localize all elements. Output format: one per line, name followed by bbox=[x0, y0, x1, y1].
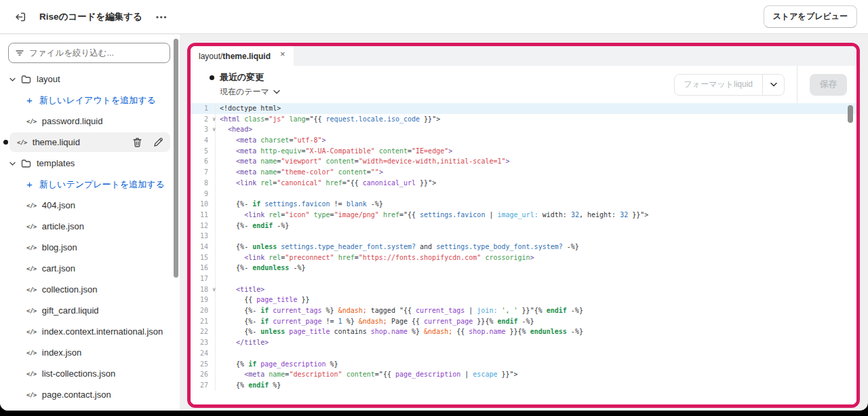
file-item-collection.json[interactable]: </>collection.json bbox=[0, 279, 180, 300]
file-item-list-collections.json[interactable]: </>list-collections.json bbox=[0, 363, 180, 384]
code-line-text bbox=[216, 348, 220, 359]
exit-button[interactable] bbox=[11, 7, 30, 26]
code-line-13[interactable]: 13 bbox=[191, 231, 856, 242]
file-item-page.contact.json[interactable]: </>page.contact.json bbox=[0, 384, 180, 405]
code-line-10[interactable]: 10 {%- if settings.favicon != blank -%} bbox=[191, 199, 856, 210]
file-item-password.liquid[interactable]: </>password.liquid bbox=[0, 111, 180, 132]
sidebar-scrollbar[interactable] bbox=[174, 39, 178, 278]
line-number: 18∨ bbox=[191, 284, 216, 295]
code-line-text: {%- endunless -%} bbox=[216, 263, 305, 273]
editor-scrollbar[interactable] bbox=[848, 105, 853, 123]
code-line-12[interactable]: 12 {%- endif -%} bbox=[191, 221, 856, 231]
app-window: Riseのコードを編集する ••• ストアをプレビュー layout+新しいレイ… bbox=[0, 0, 868, 411]
code-line-9[interactable]: 9 bbox=[191, 189, 856, 200]
code-line-text: {% if page_description %} bbox=[216, 359, 338, 370]
line-number: 25 bbox=[191, 359, 216, 370]
line-number: 14 bbox=[191, 242, 216, 252]
add-file-button[interactable]: +新しいテンプレートを追加する bbox=[0, 174, 180, 195]
code-line-8[interactable]: 8 <link rel="canonical" href="{{ canonic… bbox=[191, 178, 856, 189]
more-menu-button[interactable]: ••• bbox=[152, 10, 172, 24]
rename-file-button[interactable] bbox=[153, 137, 163, 148]
file-item-gift_card.liquid[interactable]: </>gift_card.liquid bbox=[0, 300, 180, 321]
filter-icon bbox=[15, 48, 24, 60]
code-editor[interactable]: 1<!doctype html>2∨<html class="js" lang=… bbox=[191, 103, 856, 404]
preview-store-button[interactable]: ストアをプレビュー bbox=[764, 5, 857, 28]
code-line-17[interactable]: 17 bbox=[191, 273, 856, 284]
file-label: index.context.international.json bbox=[42, 326, 163, 337]
code-line-text: <link rel="canonical" href="{{ canonical… bbox=[216, 178, 436, 189]
folder-item-layout[interactable]: layout bbox=[0, 69, 180, 90]
code-line-text: {%- unless page_title contains shop.name… bbox=[216, 326, 583, 337]
line-number: 6 bbox=[191, 156, 216, 167]
file-label: 新しいレイアウトを追加する bbox=[39, 94, 156, 107]
tab-theme-liquid[interactable]: layout/theme.liquid × bbox=[191, 46, 294, 66]
code-line-15[interactable]: 15 <link rel="preconnect" href="https://… bbox=[191, 252, 856, 263]
format-dropdown-button[interactable] bbox=[762, 75, 784, 95]
fold-toggle-icon[interactable]: ∨ bbox=[209, 124, 216, 135]
code-line-6[interactable]: 6 <meta name="viewport" content="width=d… bbox=[191, 156, 856, 167]
code-line-22[interactable]: 22 {%- unless page_title contains shop.n… bbox=[191, 326, 856, 337]
line-number: 10 bbox=[191, 199, 216, 210]
code-file-icon: </> bbox=[26, 307, 37, 314]
file-filter-input[interactable] bbox=[8, 43, 170, 63]
code-line-7[interactable]: 7 <meta name="theme-color" content=""> bbox=[191, 167, 856, 178]
chevron-down-icon bbox=[9, 77, 16, 82]
code-line-21[interactable]: 21 {%- if current_page != 1 %} &ndash; P… bbox=[191, 316, 856, 327]
line-number: 1 bbox=[191, 103, 216, 114]
line-number: 12 bbox=[191, 221, 216, 231]
code-file-icon: </> bbox=[17, 139, 27, 146]
code-line-11[interactable]: 11 <link rel="icon" type="image/png" hre… bbox=[191, 210, 856, 221]
code-file-icon: </> bbox=[26, 244, 37, 251]
code-line-16[interactable]: 16 {%- endunless -%} bbox=[191, 263, 856, 273]
fold-toggle-icon[interactable]: ∨ bbox=[209, 284, 216, 295]
code-file-icon: </> bbox=[26, 118, 37, 125]
file-item-404.json[interactable]: </>404.json bbox=[0, 195, 180, 216]
code-line-4[interactable]: 4 <meta charset="utf-8"> bbox=[191, 135, 856, 146]
file-item-blog.json[interactable]: </>blog.json bbox=[0, 237, 180, 258]
code-file-icon: </> bbox=[26, 223, 37, 230]
file-label: index.json bbox=[42, 347, 82, 358]
code-editor-panel: layout/theme.liquid × 最近の変更 現在のテーマ bbox=[187, 43, 860, 408]
fold-toggle-icon[interactable]: ∨ bbox=[209, 114, 216, 125]
file-label: layout bbox=[37, 74, 60, 84]
chevron-down-icon bbox=[770, 82, 777, 87]
file-item-article.json[interactable]: </>article.json bbox=[0, 216, 180, 237]
code-line-20[interactable]: 20 {%- if current_tags %} &ndash; tagged… bbox=[191, 305, 856, 316]
tab-label: layout/theme.liquid bbox=[199, 52, 271, 61]
file-item-index.context.international.json[interactable]: </>index.context.international.json bbox=[0, 321, 180, 342]
code-line-14[interactable]: 14 {%- unless settings.type_header_font.… bbox=[191, 242, 856, 252]
code-line-2[interactable]: 2∨<html class="js" lang="{{ request.loca… bbox=[191, 114, 856, 125]
file-item-index.json[interactable]: </>index.json bbox=[0, 342, 180, 363]
code-file-icon: </> bbox=[26, 371, 37, 377]
line-number: 16 bbox=[191, 263, 216, 273]
format-liquid-button[interactable]: フォーマットliquid bbox=[675, 75, 762, 95]
add-file-button[interactable]: +新しいレイアウトを追加する bbox=[0, 90, 180, 111]
code-line-text: {%- if current_tags %} &ndash; tagged "{… bbox=[216, 305, 583, 316]
tab-close-icon[interactable]: × bbox=[280, 50, 285, 58]
code-line-text: <meta name="description" content="{{ pag… bbox=[216, 369, 518, 380]
delete-file-button[interactable] bbox=[132, 137, 142, 148]
line-number: 19 bbox=[191, 295, 216, 305]
code-line-25[interactable]: 25 {% if page_description %} bbox=[191, 359, 856, 370]
code-line-text: </title> bbox=[216, 337, 269, 348]
code-line-24[interactable]: 24 bbox=[191, 348, 856, 359]
code-line-3[interactable]: 3∨ <head> bbox=[191, 124, 856, 135]
exit-icon bbox=[14, 10, 27, 24]
code-line-27[interactable]: 27 {% endif %} bbox=[191, 380, 856, 391]
code-line-text: <meta charset="utf-8"> bbox=[216, 135, 326, 146]
save-button[interactable]: 保存 bbox=[810, 74, 847, 96]
code-line-5[interactable]: 5 <meta http-equiv="X-UA-Compatible" con… bbox=[191, 146, 856, 157]
code-line-18[interactable]: 18∨ <title> bbox=[191, 284, 856, 295]
line-number: 21 bbox=[191, 316, 216, 327]
folder-icon bbox=[21, 158, 31, 168]
file-item-selected-theme.liquid[interactable]: </>theme.liquid bbox=[0, 132, 180, 153]
code-line-1[interactable]: 1<!doctype html> bbox=[191, 103, 856, 114]
file-item-cart.json[interactable]: </>cart.json bbox=[0, 258, 180, 279]
current-theme-dropdown[interactable]: 現在のテーマ bbox=[220, 86, 280, 98]
code-line-26[interactable]: 26 <meta name="description" content="{{ … bbox=[191, 369, 856, 380]
line-number: 4 bbox=[191, 135, 216, 146]
code-line-23[interactable]: 23 </title> bbox=[191, 337, 856, 348]
code-line-text: <meta http-equiv="X-UA-Compatible" conte… bbox=[216, 146, 452, 157]
folder-item-templates[interactable]: templates bbox=[0, 153, 180, 174]
code-line-19[interactable]: 19 {{ page_title }} bbox=[191, 295, 856, 305]
